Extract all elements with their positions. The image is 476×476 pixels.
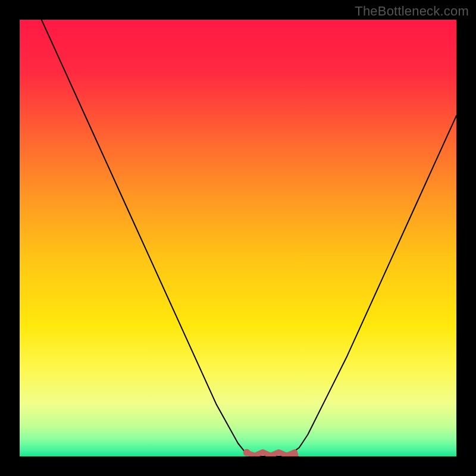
plot-area [20, 20, 456, 456]
watermark-text: TheBottleneck.com [355, 4, 469, 19]
trough-marker-dot-left [243, 449, 250, 456]
stage: TheBottleneck.com [0, 0, 476, 476]
curve-layer [20, 20, 456, 456]
bottleneck-curve [42, 20, 456, 456]
trough-marker [247, 452, 295, 456]
